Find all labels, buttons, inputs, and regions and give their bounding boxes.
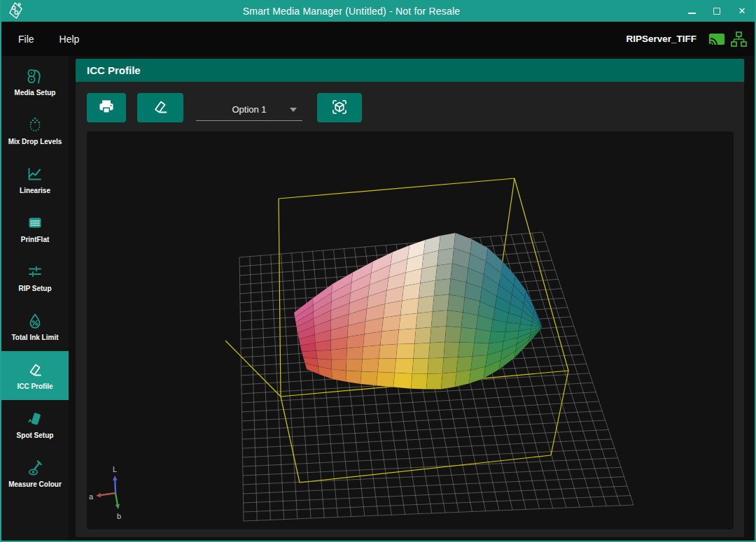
app-logo-icon [6, 1, 24, 20]
sidebar: Media Setup Mix Drop Levels [1, 56, 69, 541]
sidebar-item-label: Measure Colour [8, 480, 62, 488]
axis-triad: Lab [89, 465, 121, 520]
minimize-button[interactable] [679, 0, 704, 22]
sliders-icon [26, 263, 44, 281]
maximize-button[interactable] [704, 0, 729, 22]
swatch-icon [26, 410, 44, 428]
window-title: Smart Media Manager (Untitled) - Not for… [24, 6, 679, 17]
icc-profile-panel: ICC Profile [76, 59, 744, 537]
sidebar-item-measure-colour[interactable]: Measure Colour [1, 449, 69, 498]
sidebar-item-label: ICC Profile [17, 383, 52, 390]
app-body: Media Setup Mix Drop Levels [1, 56, 755, 541]
main-area: ICC Profile [69, 56, 755, 541]
title-bar: Smart Media Manager (Untitled) - Not for… [1, 0, 755, 22]
close-button[interactable]: ✕ [729, 0, 755, 22]
eraser-icon [151, 98, 169, 118]
gamut-surface [294, 233, 542, 390]
axis-label-a: a [89, 492, 94, 501]
printer-icon [97, 99, 116, 117]
sidebar-item-label: Total Ink Limit [11, 334, 58, 341]
minimize-icon [688, 13, 696, 14]
line-chart-icon [26, 165, 44, 183]
view-3d-button[interactable] [317, 93, 362, 122]
maximize-icon [713, 8, 720, 15]
eyedropper-eye-icon [26, 459, 44, 477]
media-rolls-icon [26, 67, 44, 85]
page-header: ICC Profile [76, 59, 744, 82]
gamut-3d-viewport[interactable]: Lab [87, 131, 734, 529]
sidebar-item-icc-profile[interactable]: ICC Profile [1, 351, 69, 400]
app-window: Smart Media Manager (Untitled) - Not for… [0, 0, 756, 542]
sidebar-item-label: Mix Drop Levels [8, 138, 62, 145]
chevron-down-icon [290, 108, 297, 112]
sidebar-item-label: Linearise [20, 187, 50, 194]
ink-drops-icon [26, 116, 44, 134]
close-icon: ✕ [738, 6, 746, 15]
ink-drop-percent-icon [26, 312, 44, 330]
sidebar-item-media-setup[interactable]: Media Setup [1, 57, 69, 106]
selected-option-label: Option 1 [232, 104, 266, 115]
sidebar-item-label: Spot Setup [17, 432, 54, 439]
sidebar-item-linearise[interactable]: Linearise [1, 155, 69, 204]
sidebar-item-spot-setup[interactable]: Spot Setup [1, 400, 69, 449]
pen-nib-icon [26, 361, 44, 379]
window-controls: ✕ [679, 0, 755, 22]
page-title: ICC Profile [87, 64, 141, 76]
menu-file[interactable]: File [14, 31, 38, 48]
menu-bar: File Help RIPServer_TIFF [1, 22, 755, 56]
sidebar-item-rip-setup[interactable]: RIP Setup [1, 253, 69, 302]
printhead-dots-icon [26, 214, 44, 232]
sidebar-item-label: Media Setup [15, 89, 56, 97]
menu-help[interactable]: Help [55, 31, 84, 48]
profile-option-select[interactable]: Option 1 [196, 99, 302, 121]
status-area: RIPServer_TIFF [626, 31, 748, 48]
rip-server-label: RIPServer_TIFF [626, 34, 696, 44]
cube-3d-icon [330, 97, 349, 119]
sidebar-item-mix-drop-levels[interactable]: Mix Drop Levels [1, 106, 69, 155]
network-icon[interactable] [730, 31, 748, 48]
sidebar-item-total-ink-limit[interactable]: Total Ink Limit [1, 302, 69, 351]
sidebar-item-printflat[interactable]: PrintFlat [1, 204, 69, 253]
cast-icon[interactable] [708, 31, 726, 47]
axis-label-L: L [113, 465, 117, 473]
gamut-scene: Lab [87, 131, 734, 529]
erase-button[interactable] [137, 93, 183, 122]
sidebar-item-label: RIP Setup [18, 285, 51, 292]
axis-label-b: b [117, 512, 121, 520]
sidebar-item-label: PrintFlat [21, 236, 50, 243]
print-button[interactable] [87, 93, 126, 122]
